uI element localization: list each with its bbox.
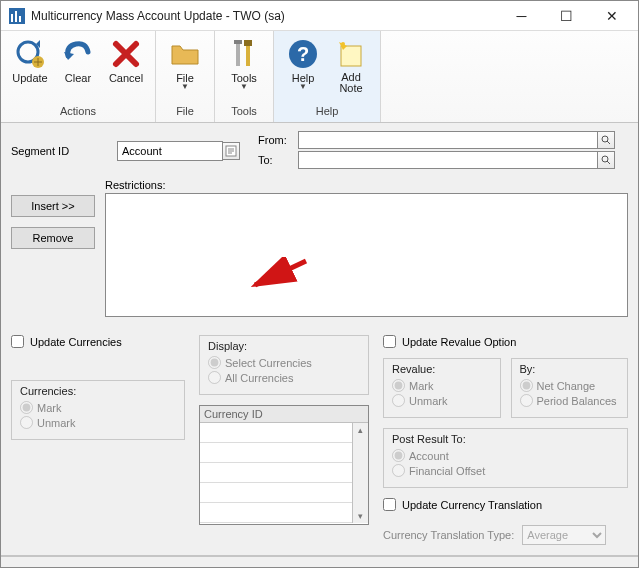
restrictions-textarea[interactable]: [105, 193, 628, 317]
remove-button[interactable]: Remove: [11, 227, 95, 249]
grid-cell[interactable]: [200, 423, 352, 443]
currency-grid[interactable]: Currency ID ▴▾: [199, 405, 369, 525]
segment-id-input[interactable]: [117, 141, 223, 161]
svg-rect-7: [234, 40, 242, 44]
group-help-label: Help: [280, 105, 374, 121]
to-lookup-button[interactable]: [597, 151, 615, 169]
currencies-mark-radio[interactable]: Mark: [20, 401, 176, 414]
update-currencies-label: Update Currencies: [30, 336, 122, 348]
help-button[interactable]: ? Help ▼: [280, 33, 326, 105]
add-note-button[interactable]: Add Note: [328, 33, 374, 105]
app-icon: [9, 8, 25, 24]
clear-icon: [62, 38, 94, 70]
from-input[interactable]: [298, 131, 598, 149]
to-label: To:: [258, 154, 298, 166]
post-result-label: Post Result To:: [392, 433, 619, 445]
chevron-down-icon: ▼: [299, 84, 307, 90]
display-label: Display:: [208, 340, 360, 352]
by-periodbal-radio[interactable]: Period Balances: [520, 394, 620, 407]
close-button[interactable]: ✕: [589, 2, 634, 30]
by-label: By:: [520, 363, 620, 375]
cancel-icon: [110, 38, 142, 70]
cancel-button[interactable]: Cancel: [103, 33, 149, 105]
add-note-icon: [335, 38, 367, 70]
chevron-down-icon: ▼: [181, 84, 189, 90]
post-account-radio[interactable]: Account: [392, 449, 619, 462]
segment-id-label: Segment ID: [11, 145, 111, 157]
by-netchange-radio[interactable]: Net Change: [520, 379, 620, 392]
display-select-radio[interactable]: Select Currencies: [208, 356, 360, 369]
cancel-label: Cancel: [109, 72, 143, 84]
translation-type-label: Currency Translation Type:: [383, 529, 514, 541]
grid-cell[interactable]: [200, 463, 352, 483]
currencies-label: Currencies:: [20, 385, 176, 397]
tools-button[interactable]: Tools ▼: [221, 33, 267, 105]
grid-cell[interactable]: [200, 443, 352, 463]
svg-text:?: ?: [297, 43, 309, 65]
currency-id-header: Currency ID: [200, 406, 368, 423]
titlebar[interactable]: Multicurrency Mass Account Update - TWO …: [1, 1, 638, 31]
update-translation-label: Update Currency Translation: [402, 499, 542, 511]
currencies-unmark-radio[interactable]: Unmark: [20, 416, 176, 429]
update-label: Update: [12, 72, 47, 84]
content-area: Segment ID From: To: Insert >> Remove: [1, 123, 638, 555]
svg-rect-9: [244, 40, 252, 46]
group-tools-label: Tools: [221, 105, 267, 121]
post-financial-radio[interactable]: Financial Offset: [392, 464, 619, 477]
file-icon: [169, 38, 201, 70]
translation-type-select[interactable]: Average: [522, 525, 606, 545]
file-button[interactable]: File ▼: [162, 33, 208, 105]
window-title: Multicurrency Mass Account Update - TWO …: [31, 9, 499, 23]
update-revalue-label: Update Revalue Option: [402, 336, 516, 348]
ribbon: Update Clear Cancel Actions File ▼ File: [1, 31, 638, 123]
insert-button[interactable]: Insert >>: [11, 195, 95, 217]
grid-cell[interactable]: [200, 483, 352, 503]
update-icon: [14, 38, 46, 70]
revalue-label: Revalue:: [392, 363, 492, 375]
revalue-unmark-radio[interactable]: Unmark: [392, 394, 492, 407]
revalue-mark-radio[interactable]: Mark: [392, 379, 492, 392]
add-note-label: Add Note: [331, 72, 371, 94]
svg-rect-2: [15, 11, 17, 22]
group-file-label: File: [162, 105, 208, 121]
maximize-button[interactable]: ☐: [544, 2, 589, 30]
update-currencies-checkbox[interactable]: Update Currencies: [11, 335, 185, 348]
update-translation-checkbox[interactable]: Update Currency Translation: [383, 498, 628, 511]
segment-lookup-button[interactable]: [222, 142, 240, 160]
clear-button[interactable]: Clear: [55, 33, 101, 105]
group-actions-label: Actions: [7, 105, 149, 121]
svg-point-13: [341, 42, 345, 46]
to-input[interactable]: [298, 151, 598, 169]
grid-scrollbar[interactable]: ▴▾: [352, 423, 368, 523]
update-revalue-checkbox[interactable]: Update Revalue Option: [383, 335, 628, 348]
svg-rect-3: [19, 16, 21, 22]
display-all-radio[interactable]: All Currencies: [208, 371, 360, 384]
grid-cell[interactable]: [200, 503, 352, 523]
svg-rect-6: [236, 42, 240, 66]
svg-rect-1: [11, 14, 13, 22]
help-icon: ?: [287, 38, 319, 70]
from-label: From:: [258, 134, 298, 146]
clear-label: Clear: [65, 72, 91, 84]
minimize-button[interactable]: ─: [499, 2, 544, 30]
chevron-down-icon: ▼: [240, 84, 248, 90]
statusbar: [1, 555, 638, 567]
update-button[interactable]: Update: [7, 33, 53, 105]
tools-icon: [228, 38, 260, 70]
restrictions-label: Restrictions:: [105, 179, 628, 191]
from-lookup-button[interactable]: [597, 131, 615, 149]
